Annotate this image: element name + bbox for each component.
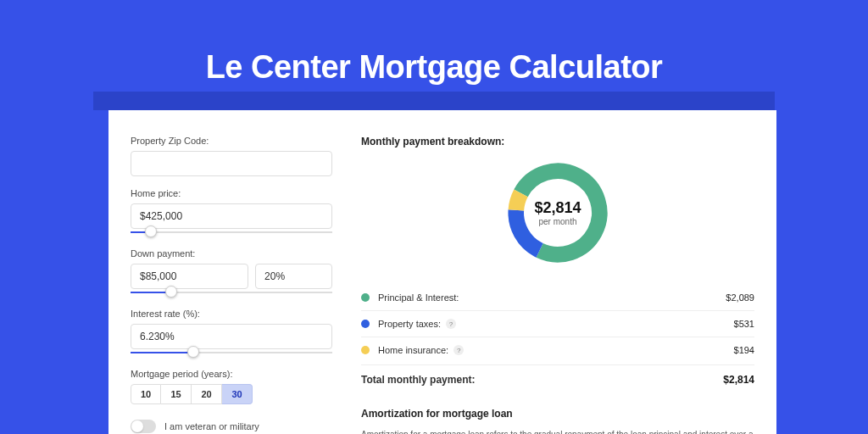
down-payment-input[interactable] bbox=[131, 264, 248, 289]
breakdown-panel: Monthly payment breakdown: $2,814 per mo… bbox=[361, 136, 754, 434]
legend-row: Principal & Interest:$2,089 bbox=[361, 285, 754, 310]
home-price-field: Home price: bbox=[131, 188, 332, 236]
amortization-text: Amortization for a mortgage loan refers … bbox=[361, 428, 754, 434]
donut-chart: $2,814 per month bbox=[503, 158, 613, 268]
amortization-section: Amortization for mortgage loan Amortizat… bbox=[361, 408, 754, 434]
header-band bbox=[93, 92, 775, 110]
legend-row: Property taxes:?$531 bbox=[361, 310, 754, 337]
legend-row: Home insurance:?$194 bbox=[361, 337, 754, 363]
total-label: Total monthly payment: bbox=[361, 374, 723, 386]
home-price-label: Home price: bbox=[131, 188, 332, 198]
interest-rate-field: Interest rate (%): bbox=[131, 309, 332, 357]
slider-thumb[interactable] bbox=[165, 286, 177, 298]
interest-rate-label: Interest rate (%): bbox=[131, 309, 332, 319]
legend-value: $2,089 bbox=[726, 292, 754, 303]
interest-rate-slider[interactable] bbox=[131, 348, 332, 357]
donut-center-value: $2,814 bbox=[534, 199, 581, 217]
mortgage-period-label: Mortgage period (years): bbox=[131, 369, 332, 379]
home-price-slider[interactable] bbox=[131, 228, 332, 236]
breakdown-heading: Monthly payment breakdown: bbox=[361, 136, 754, 147]
veteran-row: I am veteran or military bbox=[131, 420, 332, 433]
down-payment-pct-input[interactable] bbox=[255, 264, 332, 289]
period-option-20[interactable]: 20 bbox=[192, 384, 222, 404]
help-icon[interactable]: ? bbox=[453, 345, 464, 355]
period-option-10[interactable]: 10 bbox=[131, 384, 161, 404]
zip-input[interactable] bbox=[131, 151, 332, 176]
interest-rate-input[interactable] bbox=[131, 324, 332, 349]
page-root: Le Center Mortgage Calculator Property Z… bbox=[0, 0, 868, 434]
legend-dot bbox=[361, 346, 370, 354]
veteran-label: I am veteran or military bbox=[164, 421, 259, 431]
zip-field: Property Zip Code: bbox=[131, 136, 332, 176]
period-option-15[interactable]: 15 bbox=[161, 384, 192, 404]
legend-dot bbox=[361, 320, 370, 328]
mortgage-period-field: Mortgage period (years): 10152030 bbox=[131, 369, 332, 404]
veteran-toggle[interactable] bbox=[131, 420, 156, 433]
donut-wrap: $2,814 per month bbox=[361, 158, 754, 268]
legend-label: Home insurance:? bbox=[378, 345, 734, 355]
legend-value: $531 bbox=[734, 319, 754, 329]
legend-dot bbox=[361, 293, 370, 302]
legend-label: Principal & Interest: bbox=[378, 292, 726, 303]
total-row: Total monthly payment: $2,814 bbox=[361, 364, 754, 386]
slider-thumb[interactable] bbox=[145, 225, 157, 237]
legend-label: Property taxes:? bbox=[378, 319, 734, 329]
legend: Principal & Interest:$2,089Property taxe… bbox=[361, 285, 754, 363]
period-option-30[interactable]: 30 bbox=[222, 384, 253, 404]
donut-center-sub: per month bbox=[538, 217, 576, 226]
mortgage-period-segmented: 10152030 bbox=[131, 384, 332, 404]
legend-value: $194 bbox=[734, 345, 754, 355]
slider-thumb[interactable] bbox=[187, 346, 199, 358]
down-payment-field: Down payment: bbox=[131, 248, 332, 297]
down-payment-slider[interactable] bbox=[131, 288, 332, 297]
help-icon[interactable]: ? bbox=[446, 319, 456, 329]
zip-label: Property Zip Code: bbox=[131, 136, 332, 146]
calculator-card: Property Zip Code: Home price: Down paym… bbox=[108, 110, 776, 434]
amortization-heading: Amortization for mortgage loan bbox=[361, 408, 754, 420]
down-payment-label: Down payment: bbox=[131, 248, 332, 259]
total-value: $2,814 bbox=[723, 374, 754, 386]
inputs-panel: Property Zip Code: Home price: Down paym… bbox=[131, 136, 332, 434]
page-title: Le Center Mortgage Calculator bbox=[0, 49, 868, 86]
home-price-input[interactable] bbox=[131, 203, 332, 229]
